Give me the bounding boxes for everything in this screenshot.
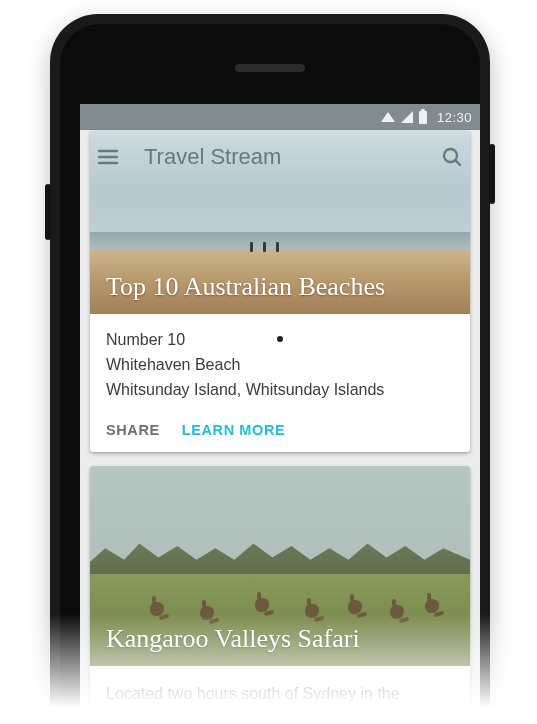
share-button[interactable]: SHARE (106, 422, 160, 438)
card-body: Located two hours south of Sydney in the… (90, 666, 470, 724)
card-hero-image: Kangaroo Valleys Safari (90, 466, 470, 666)
status-clock: 12:30 (433, 110, 472, 125)
cell-signal-icon (401, 111, 413, 123)
menu-icon[interactable] (94, 143, 122, 171)
card-body: Number 10 Whitehaven Beach Whitsunday Is… (90, 314, 470, 412)
wifi-icon (381, 112, 395, 122)
svg-line-4 (455, 160, 460, 165)
content-stream[interactable]: Top 10 Australian Beaches Number 10 Whit… (80, 130, 480, 724)
phone-side-button-left (45, 184, 51, 240)
card-hero-title: Top 10 Australian Beaches (106, 272, 385, 302)
card-body-line: Located two hours south of Sydney in the… (106, 682, 454, 724)
bullet-dot-icon (277, 336, 283, 342)
status-bar: 12:30 (80, 104, 480, 130)
app-bar: Travel Stream (80, 130, 480, 184)
card-body-line: Whitsunday Island, Whitsunday Islands (106, 378, 454, 403)
card-hero-title: Kangaroo Valleys Safari (106, 624, 360, 654)
search-icon[interactable] (438, 143, 466, 171)
app-title: Travel Stream (122, 144, 438, 170)
card-body-line: Whitehaven Beach (106, 353, 454, 378)
phone-side-button-right (489, 144, 495, 204)
phone-frame: 12:30 Travel Stream (50, 14, 490, 724)
card-actions: SHARE LEARN MORE (90, 412, 470, 452)
battery-icon (419, 111, 427, 124)
phone-screen: 12:30 Travel Stream (80, 104, 480, 724)
learn-more-button[interactable]: LEARN MORE (182, 422, 285, 438)
card-safari[interactable]: Kangaroo Valleys Safari Located two hour… (90, 466, 470, 724)
phone-speaker (235, 64, 305, 72)
